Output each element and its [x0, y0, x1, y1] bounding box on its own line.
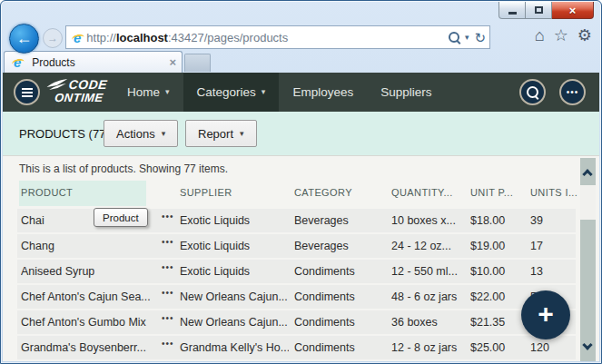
cell-category: Condiments	[294, 316, 355, 329]
tab-favicon-icon: e	[14, 54, 21, 70]
cell-units: 13	[530, 265, 543, 278]
tab-close-icon[interactable]: ×	[169, 55, 176, 69]
cell-supplier: New Orleans Cajun...	[180, 316, 288, 329]
tab-products[interactable]: e Products ×	[4, 51, 183, 73]
search-icon[interactable]	[449, 32, 459, 43]
minimize-icon	[508, 12, 517, 15]
cell-product: Grandma's Boysenberr...	[21, 341, 146, 354]
table-header: PRODUCT SUPPLIER CATEGORY QUANTITY... UN…	[3, 181, 599, 206]
url-text[interactable]: http://localhost:43427/pages/products	[86, 31, 449, 44]
cell-unit-price: $22.00	[470, 290, 505, 303]
cell-quantity: 10 boxes x...	[391, 214, 456, 227]
cell-product: Chang	[21, 240, 54, 252]
cell-category: Beverages	[294, 214, 349, 227]
cell-units: 120	[530, 341, 549, 354]
cell-supplier: Exotic Liquids	[180, 214, 250, 227]
cell-category: Condiments	[294, 341, 355, 354]
cell-quantity: 48 - 6 oz jars	[391, 290, 457, 303]
settings-gear-icon[interactable]: ⚙	[577, 25, 592, 45]
cell-supplier: Grandma Kelly's Ho...	[180, 341, 289, 354]
add-record-button[interactable]: +	[521, 290, 570, 339]
cell-product: Chef Anton's Cajun Sea...	[21, 290, 151, 303]
menu-item-suppliers[interactable]: Suppliers	[367, 73, 445, 112]
cell-category: Condiments	[294, 290, 355, 303]
column-header-product[interactable]: PRODUCT	[21, 187, 73, 198]
view-selector-label: PRODUCTS (77)	[19, 127, 110, 141]
app-page: CODE ONTIME Home ▾ Categories ▾ Employee…	[3, 73, 599, 361]
more-options-button[interactable]: •••	[559, 79, 586, 105]
brand-wing-icon	[46, 79, 67, 91]
home-icon[interactable]: ⌂	[535, 26, 545, 45]
favorites-star-icon[interactable]: ☆	[554, 25, 568, 45]
row-actions-icon[interactable]: •••	[162, 313, 174, 323]
table-row[interactable]: Chang ••• Exotic Liquids Beverages 24 - …	[17, 234, 576, 258]
cell-quantity: 12 - 550 ml...	[391, 265, 458, 278]
table-row[interactable]: Chef Anton's Cajun Sea... ••• New Orlean…	[17, 285, 576, 309]
menu-item-categories[interactable]: Categories ▾	[183, 73, 280, 112]
column-header-units[interactable]: UNITS I...	[530, 187, 577, 198]
column-header-quantity[interactable]: QUANTITY...	[391, 187, 453, 198]
scrollbar-thumb[interactable]	[580, 185, 596, 220]
brand-line2: ONTIME	[54, 92, 107, 103]
row-actions-icon[interactable]: •••	[162, 262, 174, 272]
chevron-down-icon[interactable]: ▾	[465, 34, 469, 42]
row-actions-icon[interactable]: •••	[162, 237, 174, 247]
row-actions-icon[interactable]: •••	[162, 212, 174, 221]
browser-nav-row: ← → e http://localhost:43427/pages/produ…	[1, 23, 601, 52]
status-text: This is a list of products. Showing 77 i…	[19, 162, 228, 175]
cell-quantity: 12 - 8 oz jars	[391, 341, 457, 354]
table-row[interactable]: Aniseed Syrup ••• Exotic Liquids Condime…	[17, 260, 576, 283]
back-button[interactable]: ←	[9, 24, 39, 54]
vertical-scrollbar[interactable]	[580, 158, 596, 361]
menu-item-home[interactable]: Home ▾	[113, 73, 183, 112]
close-window-button[interactable]: ×	[552, 2, 594, 19]
hamburger-menu-button[interactable]	[14, 79, 40, 105]
chevron-down-icon: ▾	[240, 130, 244, 138]
column-header-category[interactable]: CATEGORY	[294, 187, 352, 198]
tooltip-text: Product	[103, 212, 139, 223]
main-menu: Home ▾ Categories ▾ Employees Suppliers	[113, 73, 445, 112]
search-button[interactable]	[519, 79, 546, 105]
address-bar-tools: ▾ ↻	[449, 31, 486, 44]
scroll-up-icon[interactable]	[582, 169, 592, 179]
cell-product: Aniseed Syrup	[21, 265, 94, 278]
minimize-button[interactable]	[498, 2, 526, 19]
scroll-down-icon[interactable]	[582, 339, 592, 349]
address-bar[interactable]: e http://localhost:43427/pages/products …	[65, 25, 490, 49]
hamburger-icon	[22, 88, 33, 97]
chevron-down-icon: ▾	[165, 88, 170, 96]
cell-unit-price: $10.00	[470, 265, 505, 278]
forward-button[interactable]: →	[43, 28, 63, 48]
close-icon: ×	[569, 5, 577, 16]
refresh-icon[interactable]: ↻	[474, 31, 486, 44]
cell-unit-price: $19.00	[470, 240, 505, 252]
row-actions-icon[interactable]: •••	[162, 288, 174, 298]
table-row[interactable]: Grandma's Boysenberr... ••• Grandma Kell…	[17, 336, 576, 359]
plus-icon: +	[538, 300, 554, 328]
browser-window: × ← → e http://localhost:43427/pages/pro…	[0, 0, 602, 364]
cell-product: Chai	[21, 214, 44, 227]
forward-arrow-icon: →	[47, 32, 58, 44]
new-tab-button[interactable]	[184, 54, 211, 72]
menu-item-employees[interactable]: Employees	[279, 73, 367, 112]
column-header-supplier[interactable]: SUPPLIER	[180, 187, 232, 198]
search-icon	[527, 86, 538, 98]
cell-quantity: 24 - 12 oz...	[391, 240, 451, 252]
cell-units: 39	[530, 214, 543, 227]
cell-quantity: 36 boxes	[391, 316, 438, 329]
actions-button[interactable]: Actions ▾	[104, 120, 178, 147]
table-row[interactable]: Chef Anton's Gumbo Mix ••• New Orleans C…	[17, 310, 576, 334]
brand-logo[interactable]: CODE ONTIME	[45, 78, 108, 103]
cell-units: 17	[530, 240, 543, 252]
cell-supplier: New Orleans Cajun...	[180, 290, 288, 303]
tab-title: Products	[32, 56, 169, 69]
app-navbar: CODE ONTIME Home ▾ Categories ▾ Employee…	[3, 73, 599, 112]
report-button[interactable]: Report ▾	[185, 120, 257, 147]
maximize-button[interactable]	[526, 2, 552, 19]
url-host: localhost	[116, 31, 168, 44]
brand-line1: CODE	[68, 78, 108, 91]
row-actions-icon[interactable]: •••	[162, 339, 174, 349]
column-header-unit-price[interactable]: UNIT P...	[470, 187, 513, 198]
cell-unit-price: $21.35	[470, 316, 505, 329]
maximize-icon	[535, 6, 543, 14]
